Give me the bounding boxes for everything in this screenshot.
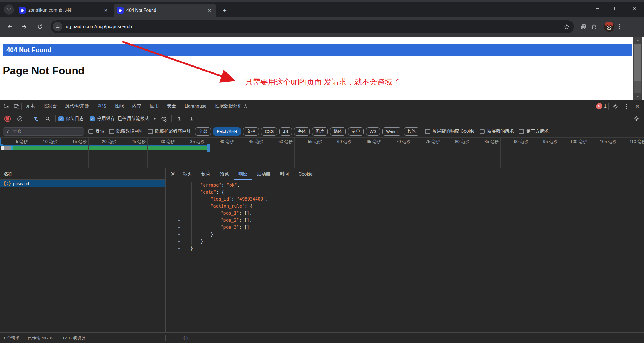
address-bar[interactable]: ug.baidu.com/mcp/pc/pcsearch — [51, 20, 574, 33]
window-minimize-button[interactable] — [588, 2, 607, 15]
filter-funnel-icon[interactable] — [31, 114, 40, 124]
filter-checkbox-left-0[interactable]: 反转 — [88, 128, 105, 134]
devtools-tab-7[interactable]: 安全 — [163, 100, 180, 112]
export-har-icon[interactable] — [187, 114, 196, 124]
window-maximize-button[interactable] — [607, 2, 625, 15]
detail-tab-2[interactable]: 预览 — [215, 168, 234, 180]
scrollbar-thumb[interactable] — [634, 44, 641, 81]
search-icon[interactable] — [43, 114, 53, 124]
back-button[interactable] — [4, 21, 15, 32]
tab-close-icon[interactable]: ✕ — [102, 7, 109, 14]
filter-chip-9[interactable]: WS — [366, 127, 380, 136]
devtools-close-icon[interactable]: ✕ — [633, 101, 642, 111]
browser-menu-kebab-icon[interactable] — [614, 21, 625, 32]
filter-chip-7[interactable]: 媒体 — [330, 127, 346, 136]
detail-close-icon[interactable]: ✕ — [168, 169, 178, 179]
overview-selection[interactable] — [0, 145, 210, 151]
site-info-icon[interactable] — [53, 22, 62, 31]
filter-checkbox-left-1[interactable]: 隐藏数据网址 — [109, 128, 143, 134]
reload-button[interactable] — [34, 21, 46, 32]
filter-chip-5[interactable]: 字体 — [294, 127, 310, 136]
devtools-tab-6[interactable]: 应用 — [145, 100, 163, 112]
disable-cache-checkbox[interactable]: ✓ 停用缓存 — [90, 116, 115, 122]
detail-tab-0[interactable]: 标头 — [178, 168, 196, 180]
bookmark-star-icon[interactable] — [562, 22, 572, 32]
device-toolbar-icon[interactable] — [12, 101, 21, 111]
url-text[interactable]: ug.baidu.com/mcp/pc/pcsearch — [66, 24, 562, 29]
filter-checkbox-left-2[interactable]: 隐藏扩展程序网址 — [148, 128, 191, 134]
selection-right-handle[interactable] — [207, 144, 210, 152]
new-tab-button[interactable]: + — [220, 6, 229, 15]
preserve-log-checkbox[interactable]: ✓ 保留日志 — [58, 116, 84, 122]
extensions-puzzle-icon[interactable] — [589, 21, 599, 32]
scroll-down-icon[interactable]: ▼ — [633, 94, 642, 100]
devtools-tab-5[interactable]: 内存 — [128, 100, 145, 112]
fold-marker-icon[interactable]: − — [176, 231, 182, 238]
network-settings-gear-icon[interactable] — [632, 114, 641, 124]
devtools-tab-8[interactable]: Lighthouse — [180, 100, 211, 112]
filter-chip-3[interactable]: CSS — [261, 127, 277, 136]
scroll-down-icon[interactable]: ▼ — [639, 328, 643, 332]
scroll-up-icon[interactable]: ▲ — [633, 37, 642, 43]
fold-marker-icon[interactable]: − — [176, 238, 182, 245]
filter-chip-11[interactable]: 其他 — [404, 127, 419, 136]
tab-search-button[interactable] — [4, 4, 14, 15]
inspect-element-icon[interactable] — [2, 101, 12, 111]
filter-chip-6[interactable]: 图片 — [312, 127, 328, 136]
filter-input[interactable] — [12, 129, 82, 134]
fold-marker-icon[interactable]: − — [176, 217, 182, 224]
clear-network-log-icon[interactable] — [15, 114, 25, 124]
devtools-tab-4[interactable]: 性能 — [110, 100, 128, 112]
fold-marker-icon[interactable]: − — [176, 203, 182, 210]
devtools-settings-gear-icon[interactable] — [610, 101, 620, 111]
console-error-badge[interactable]: ✕ 1 — [596, 103, 607, 109]
detail-tab-5[interactable]: 时间 — [275, 168, 294, 180]
fold-marker-icon[interactable]: − — [176, 224, 182, 231]
devtools-tab-9[interactable]: 性能数据分析 — [211, 100, 252, 112]
devtools-tab-2[interactable]: 源代码/来源 — [61, 100, 93, 112]
profile-avatar[interactable] — [604, 22, 614, 32]
reading-list-icon[interactable] — [578, 21, 589, 32]
filter-chip-2[interactable]: 文档 — [243, 127, 259, 136]
network-conditions-icon[interactable] — [159, 114, 169, 124]
filter-checkbox-right-0[interactable]: 被屏蔽的响应 Cookie — [425, 128, 474, 134]
fold-marker-icon[interactable]: − — [176, 196, 182, 203]
network-overview-timeline[interactable]: 5 毫秒10 毫秒15 毫秒20 毫秒25 毫秒30 毫秒35 毫秒40 毫秒4… — [0, 138, 644, 168]
filter-chip-0[interactable]: 全部 — [195, 127, 211, 136]
throttling-dropdown[interactable]: 已停用节流模式 ▼ — [118, 116, 156, 122]
response-body-viewer[interactable]: −"errmsg": "ok",−"data": {−"log_id": "49… — [166, 180, 644, 332]
detail-tab-1[interactable]: 载荷 — [196, 168, 215, 180]
import-har-icon[interactable] — [175, 114, 184, 124]
filter-checkbox-right-2[interactable]: 第三方请求 — [519, 128, 549, 134]
devtools-tab-0[interactable]: 元素 — [22, 100, 39, 112]
fold-marker-icon[interactable]: − — [176, 182, 182, 189]
filter-chip-8[interactable]: 清单 — [348, 127, 364, 136]
devtools-tab-3[interactable]: 网络 — [93, 100, 110, 112]
record-network-log-icon[interactable] — [3, 114, 12, 124]
response-scrollbar[interactable]: ▲ ▼ — [639, 180, 643, 332]
filter-chip-1[interactable]: Fetch/XHR — [213, 127, 241, 136]
scroll-up-icon[interactable]: ▲ — [639, 180, 643, 185]
page-scrollbar[interactable]: ▲ ▼ — [633, 37, 642, 100]
detail-tab-3[interactable]: 响应 — [234, 168, 252, 180]
filter-input-wrap[interactable] — [3, 127, 84, 136]
filter-chip-4[interactable]: JS — [279, 127, 292, 136]
selection-left-handle[interactable] — [0, 138, 3, 145]
scrollbar-track[interactable] — [634, 44, 641, 93]
detail-tab-6[interactable]: Cookie — [294, 168, 317, 180]
detail-tab-4[interactable]: 启动器 — [252, 168, 275, 180]
requests-name-column-header[interactable]: 名称 — [0, 168, 165, 180]
fold-marker-icon[interactable]: − — [176, 210, 182, 217]
fold-marker-icon[interactable]: − — [176, 245, 182, 252]
window-close-button[interactable] — [625, 2, 644, 15]
format-response-button[interactable]: {} — [183, 335, 188, 341]
browser-tab-active[interactable]: 404 Not Found ✕ — [114, 4, 216, 17]
tab-close-icon[interactable]: ✕ — [206, 7, 213, 14]
filter-checkbox-right-1[interactable]: 被屏蔽的请求 — [480, 128, 514, 134]
filter-chip-10[interactable]: Wasm — [382, 127, 401, 136]
request-row-pcsearch[interactable]: {;} pcsearch — [0, 180, 165, 187]
devtools-menu-kebab-icon[interactable] — [622, 101, 631, 111]
fold-marker-icon[interactable]: − — [176, 189, 182, 196]
browser-tab-inactive[interactable]: zanqlikun.com 百度搜 ✕ — [15, 4, 112, 17]
forward-button[interactable] — [19, 21, 30, 32]
